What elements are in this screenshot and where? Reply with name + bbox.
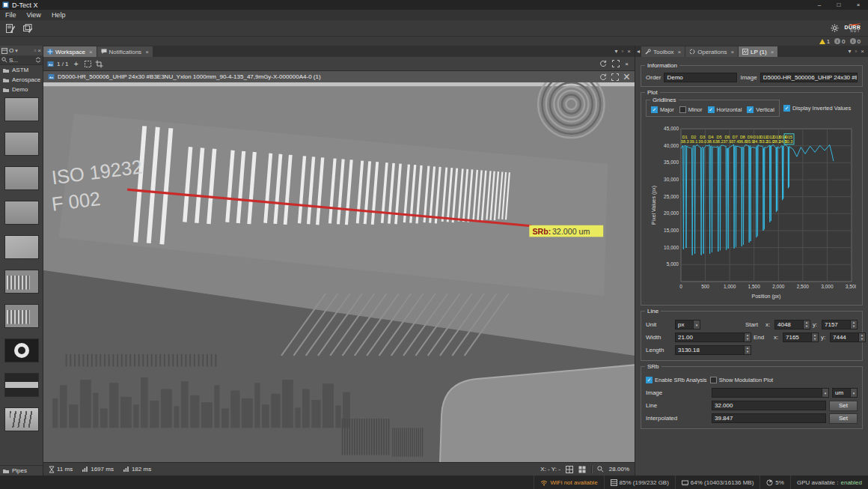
chevron-down-icon[interactable]	[15, 48, 18, 54]
tab-lp[interactable]: LP (1)	[739, 46, 777, 57]
group-title: Plot	[645, 89, 660, 96]
info-indicator-1[interactable]: 0	[834, 38, 845, 45]
crop-icon[interactable]	[95, 60, 103, 68]
tile-layout-icon[interactable]	[578, 466, 586, 473]
info-indicator-2[interactable]: 0	[850, 38, 861, 45]
horizontal-gridlines-checkbox[interactable]: Horizontal	[708, 106, 742, 113]
refresh-icon[interactable]	[599, 60, 607, 67]
image-tab[interactable]: D5000-HR_500006_UHIP 24x30 #B3E3NU_Yxlon…	[43, 71, 595, 82]
spinner-arrows[interactable]: ▲▼	[744, 346, 751, 354]
tab-notifications[interactable]: Notifications	[97, 46, 153, 57]
fullscreen-icon[interactable]	[612, 60, 620, 67]
spinner-arrows[interactable]: ▲▼	[858, 333, 865, 341]
minimize-button[interactable]	[810, 0, 829, 10]
srb-unit-select[interactable]: um	[832, 388, 858, 398]
chevron-down-icon[interactable]	[614, 48, 617, 55]
thumbnail[interactable]	[5, 98, 38, 121]
float-panel-icon[interactable]	[621, 48, 623, 55]
length-spinner[interactable]: 3130.18 ▲▼	[675, 345, 751, 355]
srb-line-field[interactable]: 32.000	[712, 401, 826, 410]
close-tab-icon[interactable]	[145, 49, 149, 55]
enable-srb-checkbox[interactable]: Enable SRb Analysis	[646, 377, 707, 383]
end-y-spinner[interactable]: 7444 ▲▼	[830, 332, 866, 342]
xray-image[interactable]: ISO 19232F 002SRb:32.000 um	[43, 82, 635, 462]
tab-operations[interactable]: Operations	[685, 46, 738, 57]
sidebar-item-pipes[interactable]: Pipes	[0, 465, 43, 476]
restore-button[interactable]	[829, 0, 849, 10]
image-gallery-button[interactable]	[20, 22, 35, 35]
srb-interpolated-field[interactable]: 39.847	[712, 413, 826, 423]
refresh-icon[interactable]	[599, 73, 607, 81]
menu-view[interactable]: View	[22, 10, 46, 20]
sidebar-item-demo[interactable]: Demo	[0, 85, 43, 94]
sidebar-search[interactable]: S...	[0, 55, 43, 65]
close-tab-icon[interactable]	[771, 49, 774, 55]
thumbnail[interactable]	[5, 374, 38, 396]
notifications-icon	[101, 49, 107, 55]
close-tab-icon[interactable]	[89, 49, 93, 55]
close-panel-icon[interactable]	[861, 48, 864, 55]
close-tab-icon[interactable]	[678, 49, 682, 55]
menu-help[interactable]: Help	[46, 10, 71, 20]
spinner-arrows[interactable]: ▲▼	[850, 321, 857, 329]
thumbnail[interactable]	[5, 305, 38, 327]
width-spinner[interactable]: 21.00 ▲▼	[675, 332, 751, 342]
expand-all-icon[interactable]	[35, 57, 41, 63]
sidebar-item-astm[interactable]: ASTM	[0, 65, 43, 75]
spinner-arrows[interactable]: ▲▼	[803, 321, 810, 329]
spinner-arrows[interactable]: ▲▼	[811, 333, 818, 341]
spinner-arrows[interactable]: ▲▼	[744, 333, 751, 341]
thumbnail[interactable]	[5, 339, 38, 362]
order-field[interactable]: Demo	[664, 73, 737, 82]
add-image-button[interactable]: +	[72, 59, 81, 68]
scroll-tabs-left-icon[interactable]	[635, 46, 641, 57]
vertical-gridlines-checkbox[interactable]: Vertical	[747, 106, 774, 113]
close-tab-icon[interactable]	[730, 49, 734, 55]
workspace-tabbar-controls	[611, 46, 635, 57]
meter-icon	[82, 466, 88, 473]
zoom-level[interactable]: 28.00%	[609, 466, 629, 473]
set-interpolated-button[interactable]: Set	[829, 413, 858, 424]
float-panel-icon[interactable]	[855, 48, 857, 55]
thumbnail[interactable]	[5, 167, 38, 189]
unit-select[interactable]: px	[675, 320, 700, 329]
start-x-spinner[interactable]: 4048 ▲▼	[774, 320, 810, 329]
image-filename: D5000-HR_500006_UHIP 24x30 #B3E3NU_Yxlon…	[58, 73, 321, 80]
thumbnail[interactable]	[5, 270, 38, 293]
x-label: x:	[774, 334, 780, 341]
minor-gridlines-checkbox[interactable]: Minor	[679, 106, 703, 113]
thumbnail[interactable]	[5, 408, 38, 431]
grid-layout-icon[interactable]	[566, 466, 573, 473]
panel-grid-icon	[1, 48, 7, 54]
fullscreen-icon[interactable]	[611, 73, 619, 81]
svg-text:2,500: 2,500	[796, 284, 809, 289]
display-inverted-checkbox[interactable]: Display Inverted Values	[783, 105, 851, 112]
srb-image-select[interactable]	[712, 388, 829, 398]
close-image-icon[interactable]	[623, 70, 630, 84]
settings-gear-icon[interactable]	[831, 24, 839, 32]
close-button[interactable]	[849, 0, 868, 10]
warning-indicator[interactable]: 1	[819, 38, 830, 45]
show-modulation-checkbox[interactable]: Show Modulation Plot	[710, 377, 774, 383]
start-y-spinner[interactable]: 7157 ▲▼	[822, 320, 858, 329]
set-line-button[interactable]: Set	[829, 401, 858, 411]
float-panel-icon[interactable]	[34, 47, 36, 54]
menu-file[interactable]: File	[0, 10, 22, 20]
major-gridlines-checkbox[interactable]: Major	[651, 106, 674, 113]
close-viewer-icon[interactable]	[625, 61, 629, 67]
image-viewport[interactable]: ISO 19232F 002SRb:32.000 um	[43, 82, 635, 462]
tab-workspace[interactable]: Workspace	[43, 46, 97, 57]
sidebar-header: O	[0, 46, 43, 55]
thumbnail[interactable]	[5, 236, 38, 258]
thumbnail[interactable]	[5, 201, 38, 224]
tab-toolbox[interactable]: Toolbox	[641, 46, 685, 57]
rect-select-icon[interactable]	[84, 60, 92, 68]
thumbnail[interactable]	[5, 133, 38, 155]
sidebar-item-aerospace[interactable]: Aerospace	[0, 75, 43, 85]
close-panel-icon[interactable]	[627, 48, 631, 55]
report-edit-button[interactable]	[3, 22, 18, 35]
chevron-down-icon[interactable]	[848, 48, 851, 55]
end-x-spinner[interactable]: 7165 ▲▼	[783, 332, 819, 342]
close-panel-icon[interactable]	[37, 47, 41, 54]
image-field[interactable]: D5000-HR_500006_UHIP 24x30 #B	[760, 73, 858, 82]
